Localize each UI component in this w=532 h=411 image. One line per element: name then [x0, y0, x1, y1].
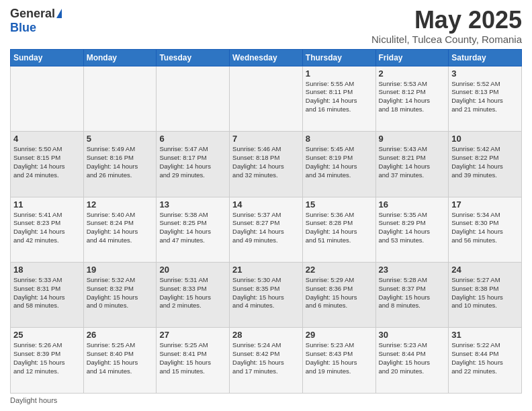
- day-number: 4: [13, 134, 81, 144]
- logo-triangle-icon: [56, 9, 62, 18]
- day-number: 12: [87, 199, 154, 210]
- day-info: Sunrise: 5:45 AM Sunset: 8:19 PM Dayligh…: [306, 145, 373, 179]
- day-info: Sunrise: 5:37 AM Sunset: 8:27 PM Dayligh…: [232, 211, 300, 245]
- calendar-cell: 9Sunrise: 5:43 AM Sunset: 8:21 PM Daylig…: [375, 132, 449, 197]
- header: General Blue May 2025 Niculitel, Tulcea …: [10, 7, 522, 45]
- calendar-cell: 24Sunrise: 5:27 AM Sunset: 8:38 PM Dayli…: [449, 263, 522, 328]
- day-info: Sunrise: 5:55 AM Sunset: 8:11 PM Dayligh…: [306, 80, 373, 114]
- calendar-cell: 28Sunrise: 5:24 AM Sunset: 8:42 PM Dayli…: [230, 328, 303, 394]
- day-info: Sunrise: 5:36 AM Sunset: 8:28 PM Dayligh…: [306, 211, 373, 245]
- day-number: 27: [159, 330, 226, 340]
- day-info: Sunrise: 5:52 AM Sunset: 8:13 PM Dayligh…: [451, 80, 519, 114]
- day-number: 16: [379, 199, 446, 210]
- calendar-cell: 8Sunrise: 5:45 AM Sunset: 8:19 PM Daylig…: [302, 132, 375, 197]
- day-info: Sunrise: 5:25 AM Sunset: 8:41 PM Dayligh…: [159, 341, 226, 375]
- calendar-cell: 14Sunrise: 5:37 AM Sunset: 8:27 PM Dayli…: [230, 197, 303, 262]
- day-info: Sunrise: 5:31 AM Sunset: 8:33 PM Dayligh…: [159, 276, 226, 310]
- logo-blue: Blue: [10, 21, 36, 35]
- weekday-header-monday: Monday: [83, 49, 157, 66]
- day-info: Sunrise: 5:42 AM Sunset: 8:22 PM Dayligh…: [451, 145, 519, 179]
- footer-note: Daylight hours: [10, 396, 522, 404]
- calendar-cell: 11Sunrise: 5:41 AM Sunset: 8:23 PM Dayli…: [11, 197, 84, 262]
- day-info: Sunrise: 5:40 AM Sunset: 8:24 PM Dayligh…: [87, 211, 154, 245]
- day-number: 20: [159, 265, 226, 275]
- day-info: Sunrise: 5:47 AM Sunset: 8:17 PM Dayligh…: [159, 145, 226, 179]
- day-number: 11: [13, 199, 81, 210]
- day-info: Sunrise: 5:50 AM Sunset: 8:15 PM Dayligh…: [13, 145, 81, 179]
- calendar-cell: 12Sunrise: 5:40 AM Sunset: 8:24 PM Dayli…: [83, 197, 157, 262]
- day-info: Sunrise: 5:35 AM Sunset: 8:29 PM Dayligh…: [379, 211, 446, 245]
- day-info: Sunrise: 5:25 AM Sunset: 8:40 PM Dayligh…: [87, 341, 154, 375]
- day-number: 25: [13, 330, 81, 340]
- day-info: Sunrise: 5:26 AM Sunset: 8:39 PM Dayligh…: [13, 341, 81, 375]
- calendar-cell: 22Sunrise: 5:29 AM Sunset: 8:36 PM Dayli…: [302, 263, 375, 328]
- weekday-header-thursday: Thursday: [302, 49, 375, 66]
- week-row-4: 18Sunrise: 5:33 AM Sunset: 8:31 PM Dayli…: [11, 263, 522, 328]
- day-number: 24: [451, 265, 519, 275]
- day-number: 9: [379, 134, 446, 144]
- calendar-cell: 19Sunrise: 5:32 AM Sunset: 8:32 PM Dayli…: [83, 263, 157, 328]
- week-row-5: 25Sunrise: 5:26 AM Sunset: 8:39 PM Dayli…: [11, 328, 522, 394]
- weekday-header-wednesday: Wednesday: [230, 49, 303, 66]
- weekday-header-sunday: Sunday: [11, 49, 84, 66]
- weekday-header-tuesday: Tuesday: [157, 49, 230, 66]
- day-number: 14: [232, 199, 300, 210]
- calendar-cell: 26Sunrise: 5:25 AM Sunset: 8:40 PM Dayli…: [83, 328, 157, 394]
- day-info: Sunrise: 5:22 AM Sunset: 8:44 PM Dayligh…: [451, 341, 519, 375]
- calendar-cell: 25Sunrise: 5:26 AM Sunset: 8:39 PM Dayli…: [11, 328, 84, 394]
- day-number: 29: [306, 330, 373, 340]
- calendar-cell: 20Sunrise: 5:31 AM Sunset: 8:33 PM Dayli…: [157, 263, 230, 328]
- week-row-3: 11Sunrise: 5:41 AM Sunset: 8:23 PM Dayli…: [11, 197, 522, 262]
- calendar-cell: 5Sunrise: 5:49 AM Sunset: 8:16 PM Daylig…: [83, 132, 157, 197]
- calendar-cell: 2Sunrise: 5:53 AM Sunset: 8:12 PM Daylig…: [375, 66, 449, 131]
- day-info: Sunrise: 5:28 AM Sunset: 8:37 PM Dayligh…: [379, 276, 446, 310]
- calendar-cell: 1Sunrise: 5:55 AM Sunset: 8:11 PM Daylig…: [302, 66, 375, 131]
- day-number: 13: [159, 199, 226, 210]
- calendar-cell: 4Sunrise: 5:50 AM Sunset: 8:15 PM Daylig…: [11, 132, 84, 197]
- header-right: May 2025 Niculitel, Tulcea County, Roman…: [371, 7, 522, 45]
- day-number: 21: [232, 265, 300, 275]
- calendar-header: SundayMondayTuesdayWednesdayThursdayFrid…: [11, 49, 522, 66]
- day-info: Sunrise: 5:41 AM Sunset: 8:23 PM Dayligh…: [13, 211, 81, 245]
- day-info: Sunrise: 5:32 AM Sunset: 8:32 PM Dayligh…: [87, 276, 154, 310]
- day-info: Sunrise: 5:38 AM Sunset: 8:25 PM Dayligh…: [159, 211, 226, 245]
- calendar-cell: 29Sunrise: 5:23 AM Sunset: 8:43 PM Dayli…: [302, 328, 375, 394]
- day-number: 30: [379, 330, 446, 340]
- day-number: 1: [306, 68, 373, 79]
- calendar-cell: 21Sunrise: 5:30 AM Sunset: 8:35 PM Dayli…: [230, 263, 303, 328]
- calendar-cell: 27Sunrise: 5:25 AM Sunset: 8:41 PM Dayli…: [157, 328, 230, 394]
- page-subtitle: Niculitel, Tulcea County, Romania: [371, 34, 522, 45]
- calendar-cell: [83, 66, 157, 131]
- day-number: 2: [379, 68, 446, 79]
- calendar-cell: 18Sunrise: 5:33 AM Sunset: 8:31 PM Dayli…: [11, 263, 84, 328]
- day-number: 19: [87, 265, 154, 275]
- day-number: 18: [13, 265, 81, 275]
- day-number: 7: [232, 134, 300, 144]
- logo-general: General: [10, 7, 55, 21]
- day-info: Sunrise: 5:24 AM Sunset: 8:42 PM Dayligh…: [232, 341, 300, 375]
- weekday-row: SundayMondayTuesdayWednesdayThursdayFrid…: [11, 49, 522, 66]
- calendar-table: SundayMondayTuesdayWednesdayThursdayFrid…: [10, 49, 522, 394]
- page: General Blue May 2025 Niculitel, Tulcea …: [0, 0, 532, 411]
- week-row-1: 1Sunrise: 5:55 AM Sunset: 8:11 PM Daylig…: [11, 66, 522, 131]
- day-number: 10: [451, 134, 519, 144]
- calendar-cell: 7Sunrise: 5:46 AM Sunset: 8:18 PM Daylig…: [230, 132, 303, 197]
- calendar-cell: 16Sunrise: 5:35 AM Sunset: 8:29 PM Dayli…: [375, 197, 449, 262]
- day-number: 3: [451, 68, 519, 79]
- calendar-cell: 6Sunrise: 5:47 AM Sunset: 8:17 PM Daylig…: [157, 132, 230, 197]
- page-title: May 2025: [371, 7, 522, 34]
- calendar-cell: [230, 66, 303, 131]
- day-info: Sunrise: 5:33 AM Sunset: 8:31 PM Dayligh…: [13, 276, 81, 310]
- calendar-cell: 17Sunrise: 5:34 AM Sunset: 8:30 PM Dayli…: [449, 197, 522, 262]
- day-number: 22: [306, 265, 373, 275]
- day-info: Sunrise: 5:34 AM Sunset: 8:30 PM Dayligh…: [451, 211, 519, 245]
- logo: General Blue: [10, 7, 62, 35]
- day-info: Sunrise: 5:53 AM Sunset: 8:12 PM Dayligh…: [379, 80, 446, 114]
- day-info: Sunrise: 5:23 AM Sunset: 8:43 PM Dayligh…: [306, 341, 373, 375]
- day-number: 17: [451, 199, 519, 210]
- calendar-cell: 23Sunrise: 5:28 AM Sunset: 8:37 PM Dayli…: [375, 263, 449, 328]
- calendar-body: 1Sunrise: 5:55 AM Sunset: 8:11 PM Daylig…: [11, 66, 522, 393]
- day-info: Sunrise: 5:46 AM Sunset: 8:18 PM Dayligh…: [232, 145, 300, 179]
- day-number: 31: [451, 330, 519, 340]
- day-info: Sunrise: 5:49 AM Sunset: 8:16 PM Dayligh…: [87, 145, 154, 179]
